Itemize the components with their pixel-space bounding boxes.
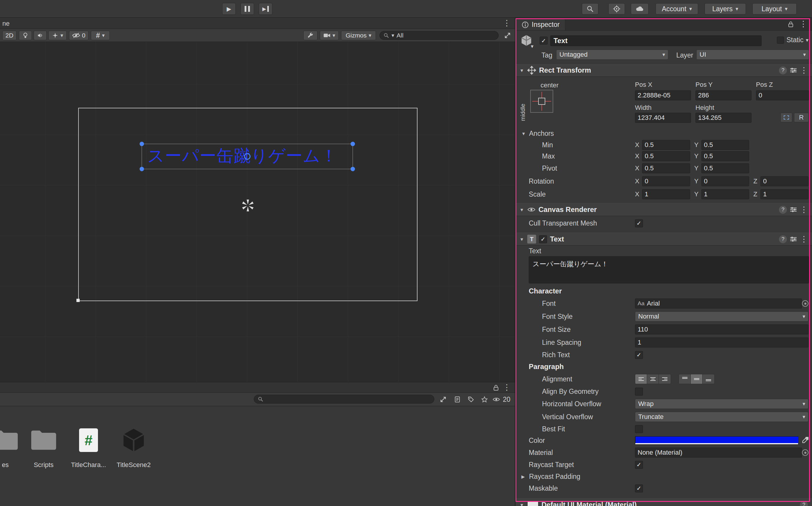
search-by-label-button[interactable]: [465, 395, 477, 404]
anchor-preset-button[interactable]: [530, 90, 553, 113]
anchor-min-y-field[interactable]: [701, 140, 749, 150]
color-swatch[interactable]: [635, 436, 798, 445]
scale-z-field[interactable]: [760, 189, 808, 199]
presets-icon[interactable]: [790, 67, 797, 73]
scene-camera-button[interactable]: ▾: [320, 31, 339, 40]
layer-dropdown[interactable]: UI ▾: [696, 50, 809, 60]
presets-icon[interactable]: [790, 236, 797, 242]
project-item-titlescene2[interactable]: TitleScene2: [114, 422, 153, 469]
scene-lighting-toggle[interactable]: [19, 31, 32, 40]
anchor-min-x-field[interactable]: [642, 140, 690, 150]
selection-handle[interactable]: [139, 142, 144, 146]
selection-handle[interactable]: [139, 167, 144, 171]
pos-z-field[interactable]: [756, 90, 809, 100]
pos-x-field[interactable]: [635, 90, 691, 100]
project-lock-button[interactable]: [490, 384, 502, 392]
scene-effects-toggle[interactable]: ▾: [48, 31, 67, 40]
project-tab-menu-icon[interactable]: ⋮: [503, 384, 511, 392]
cloud-button[interactable]: [631, 3, 648, 14]
inspector-lock-button[interactable]: [785, 20, 797, 28]
scale-y-field[interactable]: [701, 189, 749, 199]
scene-2d-toggle[interactable]: 2D: [2, 31, 16, 40]
visibility-count-button[interactable]: 20: [490, 395, 513, 404]
width-field[interactable]: [635, 113, 691, 123]
help-icon[interactable]: ?: [779, 66, 787, 74]
play-button[interactable]: ▶: [222, 3, 236, 15]
static-dropdown[interactable]: Static ▾: [777, 36, 808, 44]
open-search-window-button[interactable]: [437, 395, 449, 404]
layout-dropdown[interactable]: Layout ▾: [752, 3, 797, 14]
scene-visibility-toggle[interactable]: 0: [69, 31, 89, 40]
anchors-foldout[interactable]: ▼ Anchors: [515, 128, 812, 139]
font-size-field[interactable]: [635, 324, 808, 334]
layers-dropdown[interactable]: Layers ▾: [705, 3, 746, 14]
eyedropper-icon[interactable]: [801, 437, 808, 444]
gizmos-dropdown[interactable]: Gizmos ▾: [341, 31, 376, 40]
text-component-header[interactable]: ▼ T ✓ Text ? ⋮: [515, 233, 812, 246]
anchor-max-x-field[interactable]: [642, 151, 690, 161]
inspector-tab[interactable]: Inspector: [516, 19, 565, 30]
scene-audio-toggle[interactable]: [34, 31, 46, 40]
line-spacing-field[interactable]: [635, 337, 808, 347]
object-picker-icon[interactable]: [802, 300, 808, 307]
foldout-open-icon[interactable]: ▼: [520, 503, 524, 506]
presets-icon[interactable]: [790, 207, 797, 213]
pause-button[interactable]: [240, 3, 254, 15]
foldout-open-icon[interactable]: ▼: [520, 237, 524, 242]
align-center-button[interactable]: [647, 374, 659, 384]
pivot-y-field[interactable]: [701, 163, 749, 173]
rich-text-checkbox[interactable]: ✓: [635, 351, 643, 359]
align-left-button[interactable]: [635, 374, 647, 384]
search-button[interactable]: [582, 3, 598, 14]
step-button[interactable]: ▶: [259, 3, 272, 15]
horizontal-overflow-dropdown[interactable]: Wrap ▾: [635, 399, 808, 409]
text-value-textarea[interactable]: スーパー缶蹴りゲーム！: [529, 256, 809, 283]
scene-tab-menu-icon[interactable]: ⋮: [503, 19, 511, 27]
scene-grid-toggle[interactable]: # ▾: [91, 31, 110, 40]
best-fit-checkbox[interactable]: [635, 425, 643, 433]
canvas-corner-handle[interactable]: [77, 299, 80, 302]
help-icon[interactable]: ?: [800, 501, 808, 506]
rotation-x-field[interactable]: [642, 176, 690, 186]
rotation-y-field[interactable]: [701, 176, 749, 186]
pivot-x-field[interactable]: [642, 163, 690, 173]
align-bottom-button[interactable]: [703, 374, 714, 384]
selection-handle[interactable]: [350, 167, 355, 171]
material-footer-header[interactable]: ▼ Default UI Material (Material) ?: [515, 498, 812, 506]
maskable-checkbox[interactable]: ✓: [635, 485, 643, 492]
align-middle-button[interactable]: [691, 374, 703, 384]
align-top-button[interactable]: [679, 374, 691, 384]
text-enabled-checkbox[interactable]: ✓: [539, 235, 547, 243]
height-field[interactable]: [696, 113, 751, 123]
foldout-open-icon[interactable]: ▼: [520, 68, 524, 73]
raycast-target-checkbox[interactable]: ✓: [635, 461, 643, 469]
align-by-geometry-checkbox[interactable]: [635, 388, 643, 396]
pivot-handle[interactable]: [244, 153, 250, 160]
scene-viewport[interactable]: スーパー缶蹴りゲーム！: [0, 42, 515, 382]
anchor-max-y-field[interactable]: [701, 151, 749, 161]
inspector-menu-icon[interactable]: ⋮: [799, 20, 807, 28]
font-object-field[interactable]: Aa Arial: [635, 299, 802, 309]
component-menu-icon[interactable]: ⋮: [800, 235, 808, 243]
target-button[interactable]: [608, 3, 625, 14]
scale-x-field[interactable]: [642, 189, 690, 199]
static-checkbox[interactable]: [777, 36, 784, 44]
rotation-z-field[interactable]: [760, 176, 808, 186]
canvas-renderer-header[interactable]: ▼ Canvas Renderer ? ⋮: [515, 203, 812, 216]
favorites-button[interactable]: [479, 395, 490, 404]
tag-dropdown[interactable]: Untagged ▾: [556, 50, 668, 60]
raycast-padding-foldout[interactable]: ▶ Raycast Padding: [515, 471, 812, 482]
scene-tools-button[interactable]: [303, 31, 317, 40]
blueprint-mode-button[interactable]: [781, 113, 792, 122]
selection-handle[interactable]: [350, 142, 355, 146]
account-dropdown[interactable]: Account ▾: [655, 3, 698, 14]
rect-transform-header[interactable]: ▼ Rect Transform ? ⋮: [515, 64, 812, 77]
scene-tab[interactable]: ne: [2, 20, 9, 27]
raw-edit-mode-button[interactable]: R: [794, 113, 809, 122]
scene-orientation-gizmo[interactable]: [240, 198, 256, 213]
selected-text-element[interactable]: スーパー缶蹴りゲーム！: [141, 144, 353, 169]
gameobject-active-checkbox[interactable]: ✓: [540, 36, 547, 45]
help-icon[interactable]: ?: [779, 206, 787, 214]
align-right-button[interactable]: [659, 374, 671, 384]
scene-search-input[interactable]: ▾ All: [380, 31, 499, 40]
